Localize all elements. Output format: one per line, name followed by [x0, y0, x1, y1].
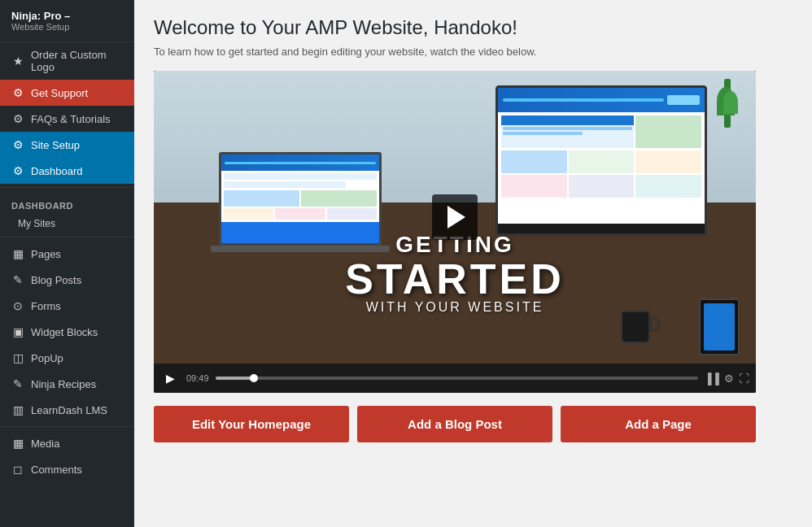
video-text-line3: WITH YOUR WEBSITE: [154, 300, 756, 315]
video-container[interactable]: GETTING STARTED WITH YOUR WEBSITE ▶ 09:4…: [154, 71, 756, 393]
sidebar-item-media[interactable]: ▦ Media: [0, 430, 134, 456]
sidebar-item-label: Widget Blocks: [31, 326, 98, 338]
fullscreen-icon[interactable]: ⛶: [739, 372, 749, 385]
sidebar-item-get-support[interactable]: ⚙ Get Support: [0, 80, 134, 106]
video-control-icons: ▐▐ ⚙ ⛶: [705, 372, 749, 385]
monitor-display: [495, 85, 707, 236]
brand-sub: Website Setup: [11, 22, 123, 32]
page-title: Welcome to Your AMP Website, Handoko!: [154, 16, 792, 39]
gear-icon: ⚙: [11, 86, 24, 99]
comments-icon: ◻: [11, 463, 24, 476]
sidebar-item-faqs[interactable]: ⚙ FAQs & Tutorials: [0, 106, 134, 132]
sidebar-item-label: Dashboard: [31, 165, 83, 177]
volume-icon[interactable]: ▐▐: [705, 372, 719, 385]
blog-icon: ✎: [11, 273, 24, 286]
video-controls: ▶ 09:49 ▐▐ ⚙ ⛶: [154, 364, 756, 393]
dashboard-icon: ⚙: [11, 164, 24, 177]
sidebar-item-ninja-recipes[interactable]: ✎ Ninja Recipes: [0, 371, 134, 397]
sidebar-section-dashboard: Dashboard: [0, 191, 134, 214]
sidebar-item-label: Get Support: [31, 87, 88, 99]
pages-icon: ▦: [11, 247, 24, 260]
sidebar-item-label: FAQs & Tutorials: [31, 113, 111, 125]
sidebar: Ninja: Pro – Website Setup ★ Order a Cus…: [0, 0, 134, 527]
sidebar-item-label: LearnDash LMS: [31, 404, 107, 416]
video-progress-bar[interactable]: [216, 377, 698, 380]
sidebar-item-forms[interactable]: ⊙ Forms: [0, 293, 134, 319]
plant-decoration: [715, 79, 740, 144]
video-play-button[interactable]: ▶: [160, 368, 180, 388]
sidebar-brand: Ninja: Pro – Website Setup: [0, 0, 134, 42]
play-icon: [447, 206, 465, 229]
gear-icon: ⚙: [11, 138, 24, 151]
sidebar-item-order-logo[interactable]: ★ Order a Custom Logo: [0, 42, 134, 80]
video-progress-filled: [216, 377, 254, 380]
sidebar-item-label: PopUp: [31, 352, 63, 364]
sidebar-item-label: My Sites: [18, 218, 55, 229]
gear-icon: ⚙: [11, 112, 24, 125]
sidebar-item-label: Forms: [31, 300, 61, 312]
brand-name: Ninja: Pro –: [11, 10, 123, 22]
coffee-mug: [621, 311, 650, 343]
sidebar-item-label: Site Setup: [31, 139, 80, 151]
sidebar-item-label: Order a Custom Logo: [31, 49, 123, 73]
video-text-line2: STARTED: [154, 258, 756, 300]
media-icon: ▦: [11, 437, 24, 450]
play-button[interactable]: [432, 194, 478, 240]
sidebar-item-blog-posts[interactable]: ✎ Blog Posts: [0, 267, 134, 293]
sidebar-item-learndash[interactable]: ▥ LearnDash LMS: [0, 397, 134, 423]
video-thumbnail: GETTING STARTED WITH YOUR WEBSITE: [154, 71, 756, 364]
sidebar-item-comments[interactable]: ◻ Comments: [0, 456, 134, 482]
lms-icon: ▥: [11, 403, 24, 416]
settings-icon[interactable]: ⚙: [724, 372, 734, 385]
widget-icon: ▣: [11, 325, 24, 338]
sidebar-item-widget-blocks[interactable]: ▣ Widget Blocks: [0, 319, 134, 345]
sidebar-item-dashboard[interactable]: ⚙ Dashboard: [0, 158, 134, 184]
sidebar-item-label: Media: [31, 438, 59, 450]
sidebar-item-site-setup[interactable]: ⚙ Site Setup: [0, 132, 134, 158]
active-indicator: [131, 158, 134, 184]
add-blog-post-button[interactable]: Add a Blog Post: [357, 406, 552, 442]
recipes-icon: ✎: [11, 377, 24, 390]
sidebar-item-popup[interactable]: ◫ PopUp: [0, 345, 134, 371]
action-buttons: Edit Your Homepage Add a Blog Post Add a…: [154, 406, 756, 442]
sidebar-item-label: Ninja Recipes: [31, 378, 96, 390]
main-content: Welcome to Your AMP Website, Handoko! To…: [134, 0, 812, 527]
sidebar-item-my-sites[interactable]: My Sites: [0, 214, 134, 233]
add-page-button[interactable]: Add a Page: [561, 406, 756, 442]
sidebar-item-pages[interactable]: ▦ Pages: [0, 241, 134, 267]
edit-homepage-button[interactable]: Edit Your Homepage: [154, 406, 349, 442]
video-text-overlay: GETTING STARTED WITH YOUR WEBSITE: [154, 232, 756, 315]
video-time: 09:49: [186, 373, 209, 383]
monitor-header: [498, 88, 705, 112]
sidebar-item-label: Blog Posts: [31, 274, 81, 286]
sidebar-item-label: Pages: [31, 248, 61, 260]
forms-icon: ⊙: [11, 299, 24, 312]
popup-icon: ◫: [11, 351, 24, 364]
page-subtitle: To learn how to get started and begin ed…: [154, 46, 792, 58]
star-icon: ★: [11, 54, 24, 68]
video-progress-dot: [250, 374, 258, 382]
sidebar-item-label: Comments: [31, 464, 82, 476]
video-scene: GETTING STARTED WITH YOUR WEBSITE: [154, 71, 756, 364]
monitor-screen: [498, 88, 705, 224]
